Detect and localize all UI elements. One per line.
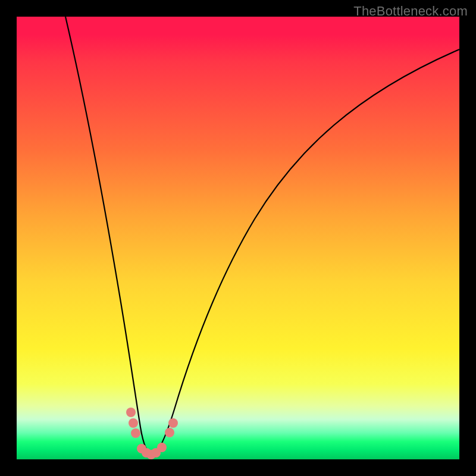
marker-dot [131, 428, 140, 438]
marker-dot [146, 450, 156, 459]
marker-group [126, 408, 178, 459]
curve-path [65, 17, 459, 454]
marker-dot [165, 428, 174, 437]
chart-area [17, 17, 459, 459]
marker-dot [137, 444, 146, 453]
bottleneck-curve [17, 17, 459, 459]
marker-dot [126, 408, 136, 417]
marker-dot [168, 418, 178, 428]
marker-dot [157, 443, 167, 452]
marker-dot [151, 448, 161, 458]
marker-dot [129, 418, 138, 428]
marker-dot [142, 448, 151, 458]
watermark-text: TheBottleneck.com [353, 4, 468, 19]
